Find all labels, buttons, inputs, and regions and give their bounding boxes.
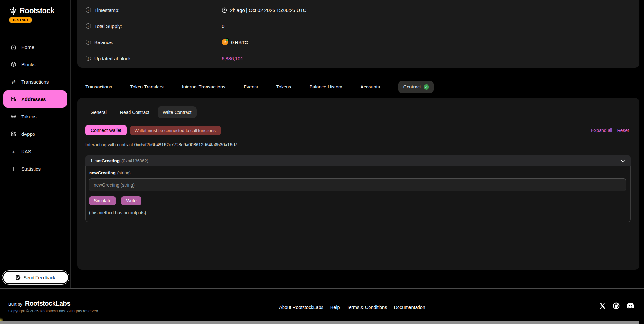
sidebar-item-label: RAS — [21, 149, 31, 154]
param-input[interactable] — [89, 178, 626, 191]
coin-icon — [10, 114, 17, 119]
subtab-general[interactable]: General — [85, 106, 112, 118]
social-links — [599, 302, 634, 310]
sidebar-item-label: Blocks — [21, 62, 35, 67]
verified-check-icon: ✓ — [424, 84, 429, 90]
method-buttons: Simulate Write — [89, 196, 626, 205]
interacting-contract-text: Interacting with contract 0xc5d2b6b48162… — [85, 142, 629, 147]
info-icon: i — [86, 56, 91, 61]
transfer-arrows-icon: ⇄ — [10, 79, 17, 85]
sidebar-item-dapps[interactable]: dApps — [0, 125, 70, 143]
feedback-note-icon — [16, 275, 21, 280]
panel-actions: Expand all Reset — [591, 128, 629, 133]
copyright-text: Copyright © 2025 RootstockLabs. All righ… — [8, 309, 99, 313]
built-by-label: Built by — [8, 302, 22, 307]
info-row-total-supply: i Total Supply: 0 — [77, 18, 639, 34]
subtab-write-contract[interactable]: Write Contract — [158, 106, 197, 118]
timestamp-value: 2h ago | Oct 02 2025 15:06:25 UTC — [222, 7, 306, 13]
horizontal-scrollbar[interactable] — [0, 321, 639, 324]
info-label: i Timestamp: — [86, 7, 222, 13]
wallet-warning: Wallet must be connected to call functio… — [130, 126, 220, 135]
sidebar-item-label: Tokens — [21, 114, 37, 119]
block-number-link[interactable]: 6,886,101 — [222, 56, 243, 61]
dapps-grid-icon — [10, 131, 17, 137]
discord-icon[interactable] — [626, 303, 634, 309]
ras-triangle-icon: ▲ — [10, 149, 17, 154]
total-supply-value: 0 — [222, 23, 224, 29]
rbtc-network-badge — [226, 38, 229, 41]
address-info-card: i Timestamp: 2h ago | Oct 02 2025 15:06:… — [77, 0, 639, 68]
param-label: newGreeting(string) — [89, 171, 626, 175]
method-accordion: 1. setGreeting (0xa4136862) newGreeting(… — [85, 155, 631, 222]
sidebar-item-label: Home — [21, 44, 34, 50]
bar-chart-icon — [10, 166, 17, 171]
subtab-read-contract[interactable]: Read Contract — [115, 106, 154, 118]
sidebar-item-blocks[interactable]: Blocks — [0, 56, 70, 73]
cube-icon — [10, 61, 17, 67]
info-row-updated-block: i Updated at block: 6,886,101 — [77, 50, 639, 66]
footer-brand-name[interactable]: RootstockLabs — [25, 300, 71, 307]
sidebar-item-label: Addresses — [21, 97, 46, 102]
footer-link-help[interactable]: Help — [330, 305, 340, 310]
x-twitter-icon[interactable] — [599, 302, 606, 309]
tab-internal-transactions[interactable]: Internal Transactions — [182, 84, 226, 89]
sidebar-item-home[interactable]: Home — [0, 38, 70, 56]
rootstock-tree-icon — [9, 7, 17, 15]
footer-links: About RootstockLabs Help Terms & Conditi… — [279, 305, 425, 310]
clock-icon — [222, 7, 227, 13]
expand-all-link[interactable]: Expand all — [591, 128, 612, 133]
outputs-note: (this method has no outputs) — [89, 210, 626, 215]
contract-panel: General Read Contract Write Contract Con… — [77, 98, 639, 270]
sidebar-item-ras[interactable]: ▲ RAS — [0, 143, 70, 160]
footer-link-about[interactable]: About RootstockLabs — [279, 305, 323, 310]
footer: Built by RootstockLabs Copyright © 2025 … — [0, 288, 644, 324]
info-row-timestamp: i Timestamp: 2h ago | Oct 02 2025 15:06:… — [77, 2, 639, 18]
wallet-row: Connect Wallet Wallet must be connected … — [85, 125, 629, 135]
app-root: Rootstock TESTNET Home Blocks ⇄ Transact… — [0, 0, 644, 324]
tab-accounts[interactable]: Accounts — [360, 84, 380, 89]
info-label: i Updated at block: — [86, 56, 222, 61]
method-accordion-header[interactable]: 1. setGreeting (0xa4136862) — [85, 155, 631, 166]
tab-balance-history[interactable]: Balance History — [310, 84, 342, 89]
contract-subtabs: General Read Contract Write Contract — [85, 106, 629, 118]
simulate-button[interactable]: Simulate — [89, 196, 116, 205]
info-icon: i — [86, 23, 91, 29]
info-label: i Balance: — [86, 40, 222, 45]
sidebar-item-statistics[interactable]: Statistics — [0, 160, 70, 177]
home-icon — [10, 44, 17, 50]
feedback-label: Send Feedback — [24, 275, 55, 280]
balance-value: B 0 RBTC — [222, 39, 248, 45]
method-accordion-body: newGreeting(string) Simulate Write (this… — [85, 166, 631, 222]
brand-logo[interactable]: Rootstock TESTNET — [0, 0, 70, 23]
sidebar-item-transactions[interactable]: ⇄ Transactions — [0, 73, 70, 90]
info-icon: i — [86, 7, 91, 13]
contact-card-icon — [10, 96, 17, 102]
send-feedback-button[interactable]: Send Feedback — [3, 272, 68, 283]
footer-brand-block: Built by RootstockLabs Copyright © 2025 … — [8, 300, 99, 313]
connect-wallet-button[interactable]: Connect Wallet — [85, 125, 127, 135]
info-icon: i — [86, 40, 91, 45]
info-row-balance: i Balance: B 0 RBTC — [77, 34, 639, 50]
sidebar-nav: Home Blocks ⇄ Transactions Addresses — [0, 38, 70, 177]
sidebar-item-label: dApps — [21, 131, 35, 137]
write-button[interactable]: Write — [121, 196, 141, 205]
tab-tokens[interactable]: Tokens — [276, 84, 291, 89]
tab-token-transfers[interactable]: Token Transfers — [130, 84, 163, 89]
testnet-badge: TESTNET — [9, 17, 32, 23]
address-tabs: Transactions Token Transfers Internal Tr… — [85, 80, 434, 94]
method-title: 1. setGreeting — [91, 158, 120, 163]
sidebar-item-label: Statistics — [21, 166, 41, 171]
tab-events[interactable]: Events — [244, 84, 258, 89]
sidebar-item-tokens[interactable]: Tokens — [0, 108, 70, 125]
footer-link-documentation[interactable]: Documentation — [394, 305, 425, 310]
reset-link[interactable]: Reset — [617, 128, 629, 133]
tab-transactions[interactable]: Transactions — [85, 84, 112, 89]
chevron-down-icon — [621, 160, 625, 162]
corner-glow — [0, 317, 3, 321]
footer-link-terms[interactable]: Terms & Conditions — [347, 305, 387, 310]
sidebar-item-label: Transactions — [21, 79, 49, 85]
github-icon[interactable] — [612, 302, 620, 310]
sidebar: Rootstock TESTNET Home Blocks ⇄ Transact… — [0, 0, 71, 288]
sidebar-item-addresses[interactable]: Addresses — [3, 90, 67, 108]
tab-contract[interactable]: Contract ✓ — [398, 81, 434, 93]
